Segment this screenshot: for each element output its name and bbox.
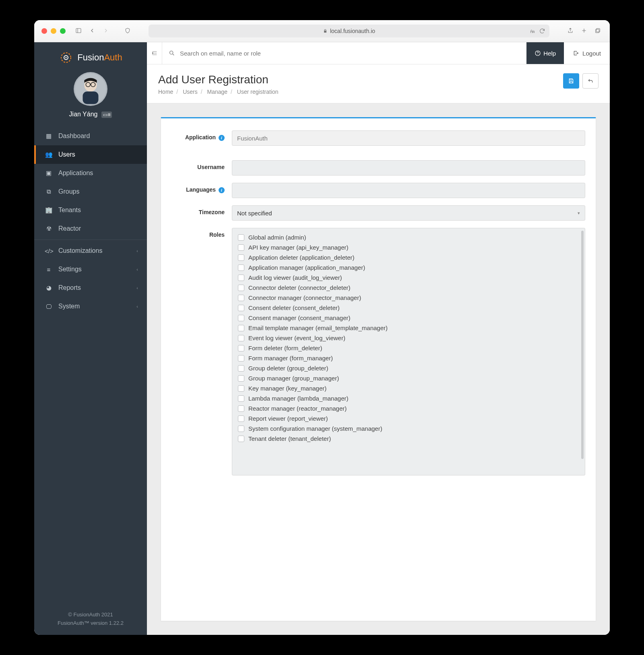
- role-item[interactable]: Lambda manager (lambda_manager): [238, 393, 579, 403]
- username-field[interactable]: [232, 160, 585, 176]
- browser-window: local.fusionauth.io 🗛 FusionAuth: [34, 20, 610, 635]
- checkbox[interactable]: [238, 285, 244, 291]
- sidebar-item-dashboard[interactable]: ▦Dashboard: [34, 127, 147, 145]
- url-bar[interactable]: local.fusionauth.io 🗛: [149, 25, 549, 37]
- timezone-select[interactable]: Not specified ▾: [232, 205, 585, 221]
- role-item[interactable]: Key manager (key_manager): [238, 383, 579, 393]
- role-label: Connector deleter (connector_deleter): [248, 284, 350, 291]
- checkbox[interactable]: [238, 365, 244, 372]
- checkbox[interactable]: [238, 315, 244, 321]
- info-icon[interactable]: i: [219, 135, 225, 141]
- role-item[interactable]: Connector deleter (connector_deleter): [238, 283, 579, 293]
- role-label: Connector manager (connector_manager): [248, 294, 361, 301]
- maximize-window-icon[interactable]: [60, 28, 66, 34]
- role-item[interactable]: Report viewer (report_viewer): [238, 413, 579, 424]
- back-icon[interactable]: [87, 27, 97, 35]
- role-item[interactable]: Form deleter (form_deleter): [238, 343, 579, 353]
- role-label: Reactor manager (reactor_manager): [248, 405, 347, 412]
- sidebar-item-tenants[interactable]: 🏢Tenants: [34, 201, 147, 219]
- minimize-window-icon[interactable]: [51, 28, 56, 34]
- forward-icon[interactable]: [101, 27, 111, 35]
- checkbox[interactable]: [238, 335, 244, 341]
- checkbox[interactable]: [238, 305, 244, 311]
- checkbox[interactable]: [238, 275, 244, 281]
- checkbox[interactable]: [238, 385, 244, 392]
- checkbox[interactable]: [238, 295, 244, 301]
- user-name: Jian Yáng: [69, 111, 98, 118]
- page-header: Add User Registration Home/ Users/ Manag…: [147, 64, 610, 103]
- crumb-current: User registration: [237, 89, 279, 95]
- reactor-icon: ☢: [45, 225, 53, 232]
- role-item[interactable]: Consent deleter (consent_deleter): [238, 303, 579, 313]
- role-item[interactable]: Audit log viewer (audit_log_viewer): [238, 273, 579, 283]
- collapse-sidebar-button[interactable]: [147, 42, 162, 64]
- role-item[interactable]: API key manager (api_key_manager): [238, 242, 579, 252]
- role-item[interactable]: Form manager (form_manager): [238, 353, 579, 363]
- checkbox[interactable]: [238, 415, 244, 422]
- checkbox[interactable]: [238, 395, 244, 402]
- checkbox[interactable]: [238, 244, 244, 251]
- sidebar-toggle-icon[interactable]: [74, 27, 83, 35]
- role-item[interactable]: Application manager (application_manager…: [238, 262, 579, 273]
- avatar[interactable]: [74, 72, 107, 106]
- sidebar-item-system[interactable]: 🖵System‹: [34, 297, 147, 316]
- role-item[interactable]: Reactor manager (reactor_manager): [238, 403, 579, 413]
- sidebar-item-reactor[interactable]: ☢Reactor: [34, 219, 147, 238]
- sidebar-item-groups[interactable]: ⧉Groups: [34, 182, 147, 201]
- checkbox[interactable]: [238, 405, 244, 412]
- chevron-down-icon: ▾: [578, 211, 580, 216]
- sidebar-item-customizations[interactable]: </>Customizations‹: [34, 242, 147, 260]
- crumb-home[interactable]: Home: [158, 89, 173, 95]
- role-item[interactable]: System configuration manager (system_man…: [238, 424, 579, 434]
- role-item[interactable]: Consent manager (consent_manager): [238, 313, 579, 323]
- application-field: [232, 130, 585, 146]
- role-label: Group deleter (group_deleter): [248, 365, 328, 372]
- role-item[interactable]: Application deleter (application_deleter…: [238, 252, 579, 262]
- role-item[interactable]: Group manager (group_manager): [238, 373, 579, 383]
- role-item[interactable]: Event log viewer (event_log_viewer): [238, 333, 579, 343]
- checkbox[interactable]: [238, 234, 244, 241]
- role-item[interactable]: Group deleter (group_deleter): [238, 363, 579, 373]
- checkbox[interactable]: [238, 355, 244, 362]
- languages-field[interactable]: [232, 183, 585, 198]
- search-input[interactable]: [180, 50, 520, 57]
- reload-icon[interactable]: [539, 28, 545, 34]
- sidebar-item-settings[interactable]: ≡Settings‹: [34, 260, 147, 279]
- role-item[interactable]: Global admin (admin): [238, 232, 579, 242]
- checkbox[interactable]: [238, 436, 244, 442]
- save-button[interactable]: [563, 73, 579, 89]
- sidebar-item-label: Reactor: [58, 225, 81, 232]
- back-button[interactable]: [582, 73, 599, 89]
- role-item[interactable]: Connector manager (connector_manager): [238, 293, 579, 303]
- help-button[interactable]: Help: [526, 42, 564, 64]
- translate-icon[interactable]: 🗛: [530, 28, 535, 34]
- checkbox[interactable]: [238, 254, 244, 261]
- logout-button[interactable]: Logout: [564, 42, 610, 64]
- brand-logo[interactable]: FusionAuth: [34, 42, 147, 70]
- checkbox[interactable]: [238, 325, 244, 331]
- user-name-row[interactable]: Jian Yáng ▭≡: [34, 111, 147, 118]
- role-item[interactable]: Tenant deleter (tenant_deleter): [238, 434, 579, 444]
- info-icon[interactable]: i: [219, 187, 225, 193]
- sidebar-item-users[interactable]: 👥Users: [34, 145, 147, 164]
- dashboard-icon: ▦: [45, 132, 53, 140]
- crumb-users[interactable]: Users: [183, 89, 198, 95]
- sidebar-footer: © FusionAuth 2021 FusionAuth™ version 1.…: [34, 605, 147, 635]
- checkbox[interactable]: [238, 375, 244, 382]
- role-item[interactable]: Email template manager (email_template_m…: [238, 323, 579, 333]
- close-window-icon[interactable]: [41, 28, 47, 34]
- browser-chrome: local.fusionauth.io 🗛: [34, 20, 610, 42]
- checkbox[interactable]: [238, 264, 244, 271]
- roles-listbox[interactable]: Global admin (admin)API key manager (api…: [232, 228, 585, 475]
- sidebar-item-reports[interactable]: ◕Reports‹: [34, 279, 147, 297]
- crumb-manage[interactable]: Manage: [207, 89, 227, 95]
- new-tab-icon[interactable]: [579, 27, 589, 35]
- users-icon: 👥: [45, 151, 53, 158]
- shield-icon[interactable]: [123, 27, 132, 35]
- checkbox[interactable]: [238, 345, 244, 351]
- sidebar-item-applications[interactable]: ▣Applications: [34, 164, 147, 182]
- share-icon[interactable]: [566, 27, 575, 35]
- checkbox[interactable]: [238, 426, 244, 432]
- sliders-icon: ≡: [45, 266, 53, 273]
- tabs-icon[interactable]: [593, 27, 603, 35]
